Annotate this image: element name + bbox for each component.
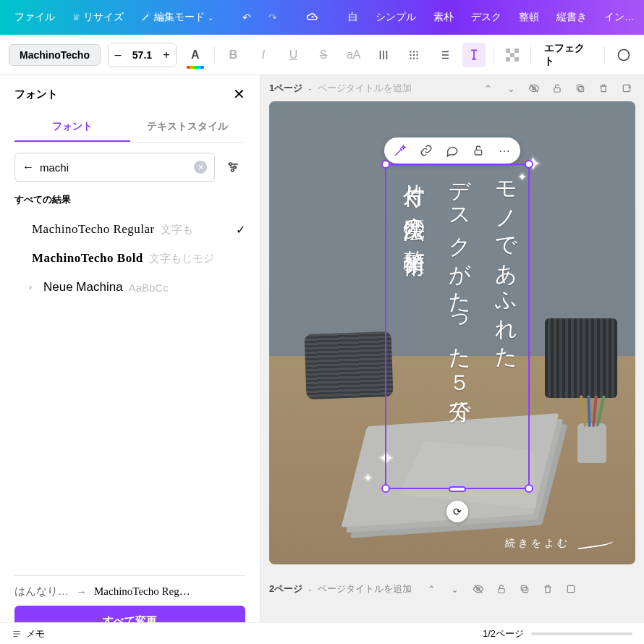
resize-handle[interactable] [381,484,390,493]
decrease-size-button[interactable]: – [109,43,127,67]
lock-icon[interactable] [470,142,487,159]
back-arrow-icon[interactable]: ← [22,161,34,174]
svg-rect-24 [475,150,481,155]
effects-button[interactable]: エフェクト [538,42,597,68]
filter-button[interactable] [221,155,245,179]
underline-button[interactable]: U [282,43,305,67]
resize-handle[interactable] [525,160,533,169]
zoom-slider[interactable] [531,632,632,635]
page-title-input[interactable]: ページタイトルを追加 [318,82,412,95]
redo-button[interactable]: ↷ [261,7,284,27]
duplicate-icon[interactable] [516,580,533,598]
replace-from: はんなり… [14,585,69,598]
close-panel-button[interactable]: ✕ [233,85,245,103]
spacing-button[interactable] [402,43,425,67]
panel-tabs: フォント テキストスタイル [14,113,245,143]
svg-point-16 [229,163,232,165]
font-item[interactable]: MachinoTecho Bold 文字もじモジ [14,244,245,273]
page-indicator[interactable]: 1/2ページ [483,627,524,640]
increase-size-button[interactable]: + [157,43,176,67]
lock-icon[interactable] [493,580,510,598]
tpl-4[interactable]: 整頓 [512,7,546,28]
page-title-input[interactable]: ページタイトルを追加 [318,582,412,596]
expand-down-icon[interactable]: ⌄ [502,80,520,97]
panel-title: フォント [14,88,58,101]
chevron-right-icon[interactable]: › [29,282,32,292]
font-item[interactable]: › Neue Machina AaBbCc [14,273,245,302]
expand-down-icon[interactable]: ⌄ [446,580,464,598]
page2-header: 2ページ - ページタイトルを追加 ⌃ ⌄ [260,573,644,602]
link-icon[interactable] [418,142,435,159]
text-color-button[interactable]: A [184,43,207,67]
resize-handle[interactable] [525,484,533,493]
svg-point-0 [410,51,411,52]
font-search-input[interactable] [40,161,188,174]
tpl-0[interactable]: 白 [341,7,365,28]
collapse-up-icon[interactable]: ⌃ [423,580,441,598]
arrow-right-icon: → [76,585,87,598]
svg-point-8 [416,57,418,59]
bold-button[interactable]: B [221,43,245,67]
resize-handle[interactable] [449,486,466,492]
tpl-5[interactable]: 縦書き [549,7,594,28]
duplicate-icon[interactable] [572,80,589,97]
svg-point-4 [413,54,415,55]
cloud-sync-icon[interactable] [299,7,326,28]
font-sample: AaBbCc [129,281,169,294]
results-heading: すべての結果 [14,193,245,206]
case-button[interactable]: aA [342,43,365,67]
read-more-text: 続きをよむ [505,537,570,550]
svg-point-5 [416,54,418,55]
add-page-icon[interactable] [562,580,580,598]
font-size-value[interactable]: 57.1 [127,49,157,61]
canvas-page-1[interactable]: ✦ ✦ ✦ ✦ ⋯ モノであふれた デ [269,101,635,564]
tpl-1[interactable]: シンプル [368,7,423,28]
page-number: 2ページ [269,582,302,596]
delete-icon[interactable] [595,80,612,97]
add-page-icon[interactable] [618,80,635,97]
tpl-3[interactable]: デスク [464,7,509,28]
font-name: MachinoTecho Bold [32,251,143,266]
edit-mode-menu[interactable]: 編集モード ⌄ [134,7,221,28]
toolbar-divider [493,46,493,64]
file-menu[interactable]: ファイル [7,7,62,28]
font-name: MachinoTecho Regular [32,222,155,237]
tab-font[interactable]: フォント [14,113,130,142]
page-number: 1ページ [269,82,302,95]
italic-button[interactable]: I [252,43,275,67]
transparency-button[interactable] [501,43,524,67]
svg-rect-20 [554,88,560,92]
visibility-icon[interactable] [470,580,487,598]
delete-icon[interactable] [539,580,556,598]
more-icon[interactable]: ⋯ [496,142,513,159]
svg-rect-14 [514,57,519,62]
magic-edit-icon[interactable] [391,142,409,159]
font-item[interactable]: MachinoTecho Regular 文字も ✓ [14,215,245,244]
selection-box[interactable]: ⟳ [385,164,530,489]
toolbar-divider [530,46,531,64]
comment-icon[interactable] [444,142,461,159]
clear-search-button[interactable]: ✕ [194,161,207,174]
canvas-area: 1ページ - ページタイトルを追加 ⌃ ⌄ [260,75,644,644]
svg-rect-12 [510,53,514,57]
tab-text-style[interactable]: テキストスタイル [130,113,246,142]
lock-icon[interactable] [548,80,566,97]
font-sample: 文字もじモジ [149,252,214,266]
notes-toggle[interactable]: メモ [12,627,45,640]
resize-menu[interactable]: ♕リサイズ [65,7,131,28]
strikethrough-button[interactable]: S [312,43,335,67]
undo-button[interactable]: ↶ [235,7,258,27]
more-tools-button[interactable] [612,43,635,67]
rotate-handle[interactable]: ⟳ [446,501,468,522]
tpl-6[interactable]: イン… [597,7,642,28]
tpl-2[interactable]: 素朴 [426,7,461,28]
svg-point-2 [416,51,418,52]
resize-handle[interactable] [381,160,390,169]
font-panel: フォント ✕ フォント テキストスタイル ← ✕ すべての結果 MachinoT… [0,75,260,644]
vertical-text-button[interactable] [462,43,486,67]
list-button[interactable] [433,43,456,67]
font-picker-button[interactable]: MachinoTecho [9,44,101,66]
visibility-icon[interactable] [525,80,543,97]
collapse-up-icon[interactable]: ⌃ [479,80,496,97]
vertical-align-button[interactable] [373,43,396,67]
